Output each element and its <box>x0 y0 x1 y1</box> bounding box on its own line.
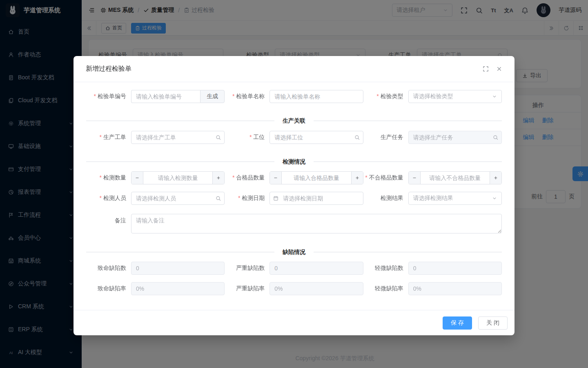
pass-qty-input[interactable] <box>282 172 351 184</box>
field-label: 检测日期 <box>242 195 265 201</box>
section-inspection: 检测情况 <box>86 157 502 166</box>
field-inspection-date: *检测日期 <box>225 192 363 205</box>
field-inspection-qty: *检测数量 <box>86 171 225 184</box>
section-title: 检测情况 <box>274 157 314 166</box>
search-icon <box>216 196 221 201</box>
field-label: 检测人员 <box>103 195 126 201</box>
plus-button[interactable] <box>212 172 224 184</box>
required-mark: * <box>376 93 379 99</box>
add-process-inspection-dialog: 新增过程检验单 *检验单编号 生成 *检验单名称 *检验类型 请选择检验类 <box>74 56 514 335</box>
minor-defect-count-input <box>408 262 502 275</box>
plus-button[interactable] <box>351 172 363 184</box>
field-label: 严重缺陷数 <box>236 265 265 271</box>
required-mark: * <box>249 134 252 140</box>
field-inspection-result: 检测结果 请选择检测结果 <box>363 192 502 205</box>
field-label: 备注 <box>115 217 126 224</box>
field-minor-defect-rate: 轻微缺陷率 <box>363 282 502 295</box>
pass-qty-stepper <box>270 171 363 184</box>
remark-textarea[interactable] <box>131 214 502 233</box>
section-title: 缺陷情况 <box>274 248 314 256</box>
fail-qty-stepper <box>408 171 502 184</box>
field-inspection-name: *检验单名称 <box>225 90 363 103</box>
chevron-down-icon <box>492 196 497 201</box>
modal-title: 新增过程检验单 <box>86 65 131 73</box>
search-icon <box>216 135 221 140</box>
field-label: 不合格品数量 <box>369 174 403 181</box>
field-label: 检测数量 <box>103 174 126 181</box>
inspection-name-input[interactable] <box>270 90 363 103</box>
field-label: 工位 <box>253 134 265 140</box>
field-severe-defect-count: 严重缺陷数 <box>225 262 363 275</box>
station-input[interactable] <box>270 131 363 144</box>
required-mark: * <box>365 174 367 181</box>
required-mark: * <box>232 174 234 181</box>
close-button[interactable]: 关 闭 <box>478 316 508 330</box>
fail-qty-input[interactable] <box>421 172 490 184</box>
field-inspection-type: *检验类型 请选择检验类型 <box>363 90 502 103</box>
modal-footer: 保 存 关 闭 <box>74 310 514 335</box>
field-label: 生产任务 <box>381 134 403 140</box>
field-fatal-defect-rate: 致命缺陷率 <box>86 282 225 295</box>
field-inspection-no: *检验单编号 生成 <box>86 90 225 103</box>
required-mark: * <box>238 195 240 201</box>
modal-header: 新增过程检验单 <box>74 56 514 82</box>
field-remark: 备注 <box>86 214 502 233</box>
field-label: 生产工单 <box>103 134 126 140</box>
inspection-date-input[interactable] <box>270 192 363 205</box>
inspector-input[interactable] <box>131 192 225 205</box>
save-button[interactable]: 保 存 <box>443 316 472 330</box>
field-severe-defect-rate: 严重缺陷率 <box>225 282 363 295</box>
search-icon <box>493 135 498 140</box>
calendar-icon <box>273 196 278 201</box>
minus-button[interactable] <box>409 172 421 184</box>
section-title: 生产关联 <box>274 117 314 125</box>
field-pass-qty: *合格品数量 <box>225 171 363 184</box>
inspection-qty-input[interactable] <box>143 172 212 184</box>
dialog-fullscreen-icon[interactable] <box>483 66 489 72</box>
required-mark: * <box>100 195 102 201</box>
field-label: 致命缺陷率 <box>98 285 126 292</box>
plus-button[interactable] <box>490 172 501 184</box>
severe-defect-count-input <box>270 262 363 275</box>
required-mark: * <box>94 93 96 99</box>
inspection-no-input[interactable] <box>131 90 200 103</box>
field-production-task: 生产任务 <box>363 131 502 144</box>
select-placeholder: 请选择检测结果 <box>413 195 492 202</box>
field-label: 合格品数量 <box>236 174 265 181</box>
inspection-type-select[interactable]: 请选择检验类型 <box>408 90 502 103</box>
minor-defect-rate-input <box>408 282 502 295</box>
minus-button[interactable] <box>270 172 282 184</box>
chevron-down-icon <box>492 94 497 99</box>
field-inspector: *检测人员 <box>86 192 225 205</box>
field-label: 严重缺陷率 <box>236 285 265 292</box>
required-mark: * <box>100 174 102 181</box>
field-label: 检验单名称 <box>236 93 265 99</box>
select-placeholder: 请选择检验类型 <box>413 93 492 100</box>
field-station: *工位 <box>225 131 363 144</box>
section-defect: 缺陷情况 <box>86 248 502 256</box>
field-label: 轻微缺陷率 <box>375 285 403 292</box>
field-fatal-defect-count: 致命缺陷数 <box>86 262 225 275</box>
fatal-defect-count-input <box>131 262 225 275</box>
dialog-close-icon[interactable] <box>496 66 502 72</box>
field-work-order: *生产工单 <box>86 131 225 144</box>
generate-button[interactable]: 生成 <box>200 90 225 103</box>
required-mark: * <box>100 134 102 140</box>
field-label: 检测结果 <box>381 195 403 201</box>
fatal-defect-rate-input <box>131 282 225 295</box>
required-mark: * <box>232 93 234 99</box>
field-label: 轻微缺陷数 <box>375 265 403 271</box>
production-task-input <box>408 131 502 144</box>
field-label: 检验单编号 <box>98 93 126 99</box>
inspection-qty-stepper <box>131 171 225 184</box>
severe-defect-rate-input <box>270 282 363 295</box>
modal-body: *检验单编号 生成 *检验单名称 *检验类型 请选择检验类型 生产关联 <box>86 82 502 310</box>
field-label: 检验类型 <box>381 93 403 99</box>
field-label: 致命缺陷数 <box>98 265 126 271</box>
search-icon <box>354 135 360 140</box>
field-minor-defect-count: 轻微缺陷数 <box>363 262 502 275</box>
field-fail-qty: *不合格品数量 <box>363 171 502 184</box>
inspection-result-select[interactable]: 请选择检测结果 <box>408 192 502 205</box>
minus-button[interactable] <box>131 172 143 184</box>
work-order-input[interactable] <box>131 131 225 144</box>
